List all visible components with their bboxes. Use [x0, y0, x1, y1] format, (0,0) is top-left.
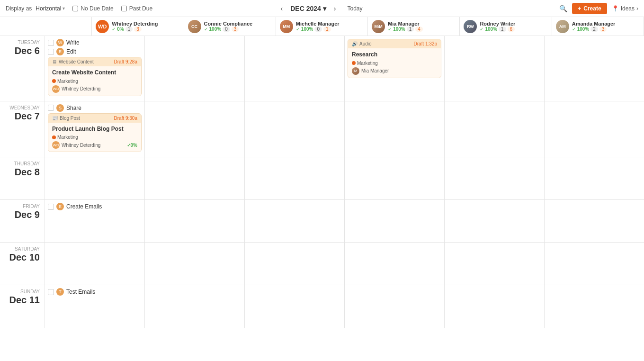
ideas-pin-icon: 📍	[612, 5, 619, 12]
audio-assignee: M Mia Manager	[352, 67, 437, 75]
cell-dec11-connie	[145, 285, 245, 328]
cell-dec6-mia: 🔊 Audio Draft 1:32p Research Marketing M…	[345, 36, 445, 101]
people-header: WD Whitney Deterding ✓ 0% 1 3 CC Connie …	[0, 17, 644, 36]
person-name-whitney: Whitney Deterding	[112, 21, 158, 27]
day-name-dec8: THURSDAY	[5, 161, 40, 166]
blog-tag-label: Marketing	[57, 135, 78, 140]
task-label-share: Share	[66, 105, 81, 111]
day-num-dec9: Dec 9	[5, 209, 40, 220]
cell-dec7-whitney: S Share 📰 Blog Post Draft 9:30a Product …	[45, 101, 145, 157]
task-checkbox-edit[interactable]	[48, 49, 54, 55]
task-checkbox-write[interactable]	[48, 40, 54, 46]
stat-pct-michelle: 100%	[301, 27, 313, 32]
week-row-dec6: TUESDAY Dec 6 W Write E Edit 🖥 Website C…	[0, 36, 644, 101]
task-edit[interactable]: E Edit	[48, 48, 142, 55]
person-name-amanda: Amanda Manager	[572, 21, 616, 27]
stat-badge2-michelle: 1	[323, 27, 331, 32]
task-label-test-emails: Test Emails	[66, 289, 95, 295]
person-col-rodney: RW Rodney Writer ✓ 100% 1 6	[460, 17, 552, 36]
person-stats-mia: ✓ 100% 1 4	[388, 27, 423, 32]
day-label-dec8: THURSDAY Dec 8	[0, 157, 45, 199]
day-num-dec11: Dec 11	[5, 294, 40, 306]
blog-assignee: WD Whitney Deterding ✓0%	[52, 141, 137, 149]
avatar-mia: MiM	[372, 20, 385, 33]
blog-tag-marketing: Marketing	[52, 135, 78, 140]
day-label-dec10: SATURDAY Dec 10	[0, 243, 45, 285]
month-title[interactable]: DEC 2024 ▾	[290, 5, 326, 12]
task-icon-share: S	[56, 104, 64, 112]
card-audio[interactable]: 🔊 Audio Draft 1:32p Research Marketing M…	[348, 39, 441, 78]
assignee-avatar-whitney: WD	[52, 85, 60, 93]
task-write[interactable]: W Write	[48, 39, 142, 46]
card-header-website: 🖥 Website Content Draft 9:28a	[48, 57, 141, 66]
cell-dec8-michelle	[245, 157, 345, 199]
task-icon-test-emails: T	[56, 288, 64, 296]
check-icon-michelle: ✓	[296, 27, 300, 32]
person-info-michelle: Michelle Manager ✓ 100% 0 1	[296, 21, 340, 32]
card-title-blog: Product Launch Blog Post	[52, 126, 137, 132]
cell-dec8-rodney	[445, 157, 545, 199]
task-test-emails[interactable]: T Test Emails	[48, 288, 142, 296]
next-month-button[interactable]: ›	[331, 4, 339, 13]
month-dropdown-icon: ▾	[323, 5, 326, 12]
blog-pct: ✓0%	[127, 143, 137, 148]
day-name-dec7: WEDNESDAY	[5, 105, 40, 110]
cell-dec11-michelle	[245, 285, 345, 328]
cell-dec11-mia	[345, 285, 445, 328]
day-num-dec7: Dec 7	[5, 110, 40, 122]
person-col-mia: MiM Mia Manager ✓ 100% 1 4	[368, 17, 460, 36]
cell-dec8-whitney	[45, 157, 145, 199]
task-share[interactable]: S Share	[48, 104, 142, 112]
day-label-dec6: TUESDAY Dec 6	[0, 36, 45, 101]
tag-label-marketing: Marketing	[57, 79, 78, 84]
past-due-checkbox[interactable]	[121, 6, 127, 11]
avatar-rodney: RW	[464, 20, 477, 33]
cell-dec10-michelle	[245, 243, 345, 285]
stat-pct-amanda: 100%	[577, 27, 590, 32]
cell-dec6-rodney	[445, 36, 545, 101]
person-col-amanda: AM Amanda Manager ✓ 100% 2 3	[552, 17, 644, 36]
stat-badge1-michelle: 0	[314, 27, 322, 32]
task-label-edit: Edit	[66, 48, 76, 55]
no-due-date-checkbox[interactable]	[72, 6, 78, 11]
past-due-label: Past Due	[129, 5, 152, 12]
person-col-connie: CC Connie Compliance ✓ 100% 0 3	[184, 17, 276, 36]
task-checkbox-test-emails[interactable]	[48, 289, 54, 295]
ideas-arrow-icon: ›	[636, 5, 638, 12]
display-mode-select[interactable]: Horizontal ▾	[36, 5, 65, 12]
cell-dec9-mia	[345, 200, 445, 242]
today-button[interactable]: Today	[343, 4, 366, 13]
person-col-whitney: WD Whitney Deterding ✓ 0% 1 3	[92, 17, 184, 36]
ideas-label: Ideas	[621, 5, 635, 12]
ideas-button[interactable]: 📍 Ideas ›	[612, 5, 638, 12]
card-website-content[interactable]: 🖥 Website Content Draft 9:28a Create Web…	[48, 57, 142, 96]
card-body-blog: Product Launch Blog Post Marketing WD Wh…	[48, 123, 141, 152]
person-col-michelle: MM Michelle Manager ✓ 100% 0 1	[276, 17, 368, 36]
blog-post-icon: 📰	[52, 116, 58, 121]
cell-dec9-rodney	[445, 200, 545, 242]
day-num-dec10: Dec 10	[5, 252, 40, 263]
task-checkbox-share[interactable]	[48, 105, 54, 111]
blog-assignee-avatar: WD	[52, 141, 60, 149]
toolbar-right: 🔍 + Create 📍 Ideas ›	[559, 3, 638, 14]
create-plus-icon: +	[578, 5, 581, 12]
create-button[interactable]: + Create	[572, 3, 607, 14]
card-blog-post[interactable]: 📰 Blog Post Draft 9:30a Product Launch B…	[48, 113, 142, 153]
toolbar: Display as Horizontal ▾ No Due Date Past…	[0, 0, 644, 17]
task-create-emails[interactable]: E Create Emails	[48, 203, 142, 210]
check-icon-connie: ✓	[204, 27, 208, 32]
day-num-dec6: Dec 6	[5, 45, 40, 56]
stat-badge2-whitney: 3	[134, 27, 142, 32]
prev-month-button[interactable]: ‹	[278, 4, 286, 13]
audio-draft: Draft 1:32p	[414, 41, 437, 46]
audio-icon: 🔊	[352, 41, 358, 46]
person-stats-rodney: ✓ 100% 1 6	[480, 27, 515, 32]
search-button[interactable]: 🔍	[559, 5, 567, 12]
day-label-dec9: FRIDAY Dec 9	[0, 200, 45, 242]
stat-pct-connie: 100%	[209, 27, 222, 32]
cell-dec11-amanda	[545, 285, 644, 328]
person-name-mia: Mia Manager	[388, 21, 423, 27]
task-checkbox-create-emails[interactable]	[48, 204, 54, 210]
display-as-label: Display as	[6, 5, 32, 12]
day-num-dec8: Dec 8	[5, 166, 40, 178]
